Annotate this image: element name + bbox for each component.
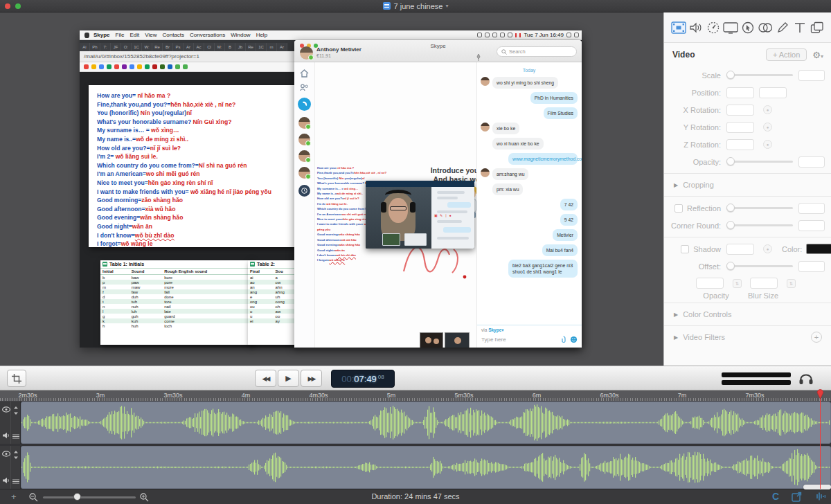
browser-tab[interactable]: JF (111, 43, 121, 51)
browser-tab[interactable]: Ar (184, 43, 194, 51)
edit-canvas[interactable]: SkypeFileEditViewContactsConversationsWi… (0, 12, 663, 366)
browser-tab[interactable]: 1C (132, 43, 142, 51)
timeline-ruler[interactable]: 2m30s3m3m30s4m4m30s5m5m30s6m6m30s7m7m30s (0, 390, 831, 402)
chat-bubble[interactable]: 9 42 (560, 214, 578, 226)
audio-tab-icon[interactable] (688, 19, 704, 37)
scale-slider[interactable] (726, 74, 793, 76)
play-button[interactable]: ▶ (278, 370, 299, 387)
browser-tab[interactable]: O: (121, 43, 132, 51)
browser-tab[interactable]: Ai (80, 43, 90, 51)
shadow-opacity-stepper[interactable]: ⇅ (733, 279, 742, 288)
attach-icon[interactable] (560, 336, 566, 343)
mute-speaker-icon[interactable] (2, 477, 10, 484)
contacts-icon[interactable] (300, 84, 309, 91)
bookmark-icon[interactable] (84, 64, 89, 69)
offset-slider[interactable] (726, 265, 793, 267)
browser-tab[interactable]: Br (163, 43, 173, 51)
history-icon[interactable] (298, 185, 310, 197)
browser-tab[interactable]: 7: (100, 43, 111, 51)
track-resize-icon[interactable] (13, 451, 19, 459)
chat-bubble[interactable]: wo xi huan xie bo ke (492, 138, 544, 150)
browser-tab[interactable]: m (267, 43, 277, 51)
chat-bubble[interactable]: pm: xia wu (492, 183, 523, 195)
blur-size-field[interactable] (750, 278, 778, 289)
chat-bubble[interactable]: Mai bu4 fan4 (542, 244, 578, 256)
browser-tab[interactable]: B (225, 43, 235, 51)
add-action-button[interactable]: + Action (766, 48, 807, 61)
menu-item[interactable]: Help (256, 32, 267, 38)
bookmark-icon[interactable] (175, 64, 180, 69)
disclosure-triangle-icon[interactable]: ▶ (674, 182, 678, 188)
browser-tab[interactable]: Ph (90, 43, 100, 51)
corner-round-field[interactable] (798, 220, 825, 231)
browser-tab[interactable]: Jb (235, 43, 246, 51)
shadow-angle-field[interactable] (726, 244, 754, 255)
headphones-icon[interactable] (798, 370, 814, 388)
bookmark-icon[interactable] (122, 64, 127, 69)
browser-tab[interactable]: Re (246, 43, 256, 51)
title-chevron-icon[interactable]: ▾ (445, 3, 448, 9)
audio-waveform-icon[interactable] (814, 492, 825, 501)
bookmark-icon[interactable] (152, 64, 157, 69)
shapes-tab-icon[interactable] (757, 19, 774, 37)
menu-item[interactable]: Window (231, 32, 250, 38)
track-grip-icon[interactable] (12, 434, 19, 439)
bookmark-icon[interactable] (168, 64, 172, 69)
skype-sidebar[interactable] (294, 62, 315, 348)
reflection-slider[interactable] (726, 207, 793, 209)
x-rotation-field[interactable] (726, 105, 754, 116)
chat-bubble[interactable]: www.magneticmemorymethod.com (508, 153, 578, 165)
skype-search-field[interactable]: Search (497, 46, 577, 57)
fast-forward-button[interactable]: ▶▶ (301, 370, 322, 387)
browser-tab[interactable]: Ar (277, 43, 287, 51)
contact-avatar[interactable] (298, 134, 310, 145)
text-tab-icon[interactable] (792, 19, 808, 37)
disclosure-triangle-icon[interactable]: ▶ (674, 312, 678, 318)
contact-avatar[interactable] (298, 117, 310, 129)
home-icon[interactable] (300, 69, 309, 78)
browser-tab[interactable]: Cl (204, 43, 215, 51)
chat-bubble[interactable]: am:shang wu (492, 168, 528, 180)
gear-icon[interactable]: ⚙▾ (812, 50, 823, 60)
track-resize-icon[interactable] (13, 406, 19, 415)
clock-tab-icon[interactable] (705, 19, 722, 37)
shadow-opacity-field[interactable] (696, 278, 724, 289)
chat-bubble[interactable]: Metivier (553, 229, 578, 241)
offset-field[interactable] (798, 261, 825, 272)
reflection-checkbox[interactable] (674, 204, 683, 213)
export-frame-icon[interactable] (792, 492, 802, 502)
playhead-pin[interactable] (816, 389, 824, 399)
bookmark-icon[interactable] (129, 64, 134, 69)
call-button[interactable] (298, 98, 311, 111)
scale-field[interactable] (798, 70, 825, 81)
bookmark-icon[interactable] (99, 64, 104, 69)
visibility-eye-icon[interactable] (2, 406, 10, 413)
snap-toggle-icon[interactable]: C (772, 491, 779, 502)
menu-item[interactable]: Edit (129, 32, 139, 38)
opacity-field[interactable] (798, 156, 825, 168)
browser-tab[interactable]: M: (215, 43, 225, 51)
mute-speaker-icon[interactable] (2, 432, 10, 439)
video-filters-section[interactable]: ▶ Video Filters + (664, 329, 831, 345)
browser-tab[interactable]: Ac (194, 43, 204, 51)
emoji-icon[interactable] (570, 336, 578, 343)
position-x-field[interactable] (726, 87, 754, 98)
recorded-screen-clip[interactable]: SkypeFileEditViewContactsConversationsWi… (80, 30, 582, 348)
via-skype-label[interactable]: via Skype▾ (481, 327, 578, 333)
media-tab-icon[interactable] (809, 19, 825, 37)
chat-bubble[interactable]: bie2 ba3 gang1cai2 gene ni3 shuo1 de shi… (508, 260, 578, 278)
contact-avatar[interactable] (298, 167, 310, 179)
browser-tab[interactable]: W: (142, 43, 152, 51)
callout-tab-icon[interactable] (740, 19, 756, 37)
chat-messages[interactable]: Today wo shi yi ming bo shi shengPhD in … (477, 62, 582, 325)
screen-tab-icon[interactable] (722, 19, 739, 37)
zoom-button[interactable] (15, 3, 21, 9)
chat-bubble[interactable]: xie bo ke (492, 123, 519, 134)
menu-item[interactable]: Skype (93, 32, 110, 38)
color-controls-section[interactable]: ▶ Color Controls (664, 306, 831, 323)
blur-size-stepper[interactable]: ⇅ (787, 279, 796, 288)
menu-item[interactable]: Contacts (162, 32, 184, 38)
chat-bubble[interactable]: PhD in Humanities (530, 92, 578, 104)
bookmark-icon[interactable] (160, 64, 165, 69)
rewind-button[interactable]: ◀◀ (255, 370, 276, 387)
